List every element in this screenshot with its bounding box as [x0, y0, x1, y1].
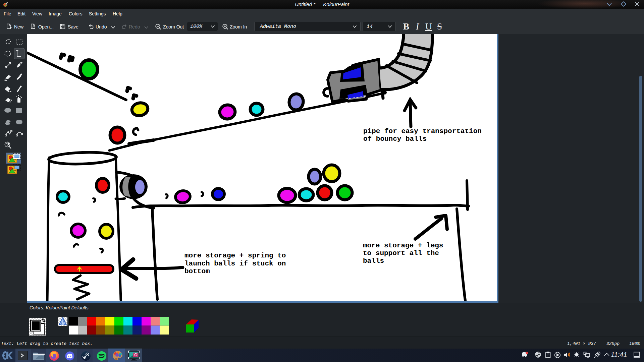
svg-text:pipe for easy transportation: pipe for easy transportation	[363, 127, 482, 135]
svg-text:of bouncy balls: of bouncy balls	[363, 135, 427, 143]
svg-text:more storage + legs: more storage + legs	[363, 242, 443, 249]
svg-text:bottom: bottom	[184, 267, 210, 275]
svg-text:balls: balls	[363, 257, 384, 265]
svg-text:more storage + spring to: more storage + spring to	[184, 252, 286, 259]
svg-text:launch balls if stuck on: launch balls if stuck on	[184, 260, 286, 267]
svg-text:to support all the: to support all the	[363, 249, 439, 257]
